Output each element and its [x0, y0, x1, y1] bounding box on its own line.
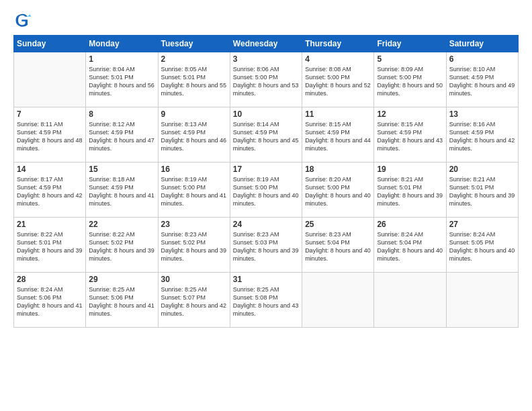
- calendar-cell: 8Sunrise: 8:12 AMSunset: 4:59 PMDaylight…: [86, 107, 158, 163]
- cell-details: Sunrise: 8:14 AMSunset: 4:59 PMDaylight:…: [233, 120, 299, 153]
- weekday-header: Thursday: [302, 36, 374, 52]
- day-number: 19: [377, 165, 443, 174]
- cell-details: Sunrise: 8:05 AMSunset: 5:01 PMDaylight:…: [161, 65, 227, 98]
- cell-details: Sunrise: 8:12 AMSunset: 4:59 PMDaylight:…: [89, 120, 154, 153]
- cell-details: Sunrise: 8:20 AMSunset: 5:00 PMDaylight:…: [305, 175, 371, 208]
- day-number: 5: [377, 54, 443, 64]
- cell-details: Sunrise: 8:23 AMSunset: 5:02 PMDaylight:…: [161, 230, 227, 263]
- week-row: 7Sunrise: 8:11 AMSunset: 4:59 PMDaylight…: [14, 107, 519, 163]
- week-row: 1Sunrise: 8:04 AMSunset: 5:01 PMDaylight…: [14, 52, 519, 107]
- calendar-cell: 18Sunrise: 8:20 AMSunset: 5:00 PMDayligh…: [302, 163, 374, 218]
- weekday-header: Wednesday: [230, 36, 302, 52]
- cell-details: Sunrise: 8:08 AMSunset: 5:00 PMDaylight:…: [305, 65, 371, 98]
- calendar: SundayMondayTuesdayWednesdayThursdayFrid…: [13, 35, 519, 328]
- cell-details: Sunrise: 8:22 AMSunset: 5:01 PMDaylight:…: [17, 230, 83, 263]
- calendar-cell: [374, 273, 446, 328]
- calendar-cell: 31Sunrise: 8:25 AMSunset: 5:08 PMDayligh…: [230, 273, 302, 328]
- day-number: 21: [17, 220, 83, 229]
- day-number: 28: [17, 275, 83, 284]
- day-number: 11: [305, 109, 371, 119]
- day-number: 16: [161, 165, 227, 174]
- cell-details: Sunrise: 8:13 AMSunset: 4:59 PMDaylight:…: [161, 120, 227, 153]
- calendar-cell: 5Sunrise: 8:09 AMSunset: 5:00 PMDaylight…: [374, 52, 446, 107]
- calendar-cell: 11Sunrise: 8:15 AMSunset: 4:59 PMDayligh…: [302, 107, 374, 163]
- logo: [13, 11, 35, 30]
- cell-details: Sunrise: 8:23 AMSunset: 5:03 PMDaylight:…: [233, 230, 299, 263]
- calendar-cell: 7Sunrise: 8:11 AMSunset: 4:59 PMDaylight…: [14, 107, 86, 163]
- day-number: 20: [449, 165, 515, 174]
- weekday-header: Sunday: [14, 36, 86, 52]
- header: [13, 11, 519, 30]
- calendar-cell: [446, 273, 518, 328]
- calendar-cell: 25Sunrise: 8:23 AMSunset: 5:04 PMDayligh…: [302, 218, 374, 273]
- day-number: 31: [233, 275, 299, 284]
- calendar-cell: 24Sunrise: 8:23 AMSunset: 5:03 PMDayligh…: [230, 218, 302, 273]
- cell-details: Sunrise: 8:22 AMSunset: 5:02 PMDaylight:…: [89, 230, 154, 263]
- day-number: 4: [305, 54, 371, 64]
- weekday-header: Monday: [86, 36, 158, 52]
- day-number: 7: [17, 109, 83, 119]
- calendar-cell: 16Sunrise: 8:19 AMSunset: 5:00 PMDayligh…: [158, 163, 230, 218]
- logo-icon: [13, 11, 32, 30]
- day-number: 3: [233, 54, 299, 64]
- cell-details: Sunrise: 8:17 AMSunset: 4:59 PMDaylight:…: [17, 175, 83, 208]
- day-number: 25: [305, 220, 371, 229]
- cell-details: Sunrise: 8:06 AMSunset: 5:00 PMDaylight:…: [233, 65, 299, 98]
- day-number: 1: [89, 54, 154, 64]
- day-number: 17: [233, 165, 299, 174]
- page: SundayMondayTuesdayWednesdayThursdayFrid…: [0, 0, 532, 411]
- calendar-cell: 30Sunrise: 8:25 AMSunset: 5:07 PMDayligh…: [158, 273, 230, 328]
- day-number: 12: [377, 109, 443, 119]
- day-number: 8: [89, 109, 154, 119]
- cell-details: Sunrise: 8:15 AMSunset: 4:59 PMDaylight:…: [377, 120, 443, 153]
- calendar-cell: 6Sunrise: 8:10 AMSunset: 4:59 PMDaylight…: [446, 52, 518, 107]
- cell-details: Sunrise: 8:23 AMSunset: 5:04 PMDaylight:…: [305, 230, 371, 263]
- day-number: 22: [89, 220, 154, 229]
- day-number: 27: [449, 220, 515, 229]
- calendar-cell: 3Sunrise: 8:06 AMSunset: 5:00 PMDaylight…: [230, 52, 302, 107]
- calendar-cell: 14Sunrise: 8:17 AMSunset: 4:59 PMDayligh…: [14, 163, 86, 218]
- cell-details: Sunrise: 8:25 AMSunset: 5:08 PMDaylight:…: [233, 285, 299, 318]
- cell-details: Sunrise: 8:21 AMSunset: 5:01 PMDaylight:…: [449, 175, 515, 208]
- calendar-cell: 21Sunrise: 8:22 AMSunset: 5:01 PMDayligh…: [14, 218, 86, 273]
- weekday-header: Friday: [374, 36, 446, 52]
- day-number: 14: [17, 165, 83, 174]
- cell-details: Sunrise: 8:24 AMSunset: 5:04 PMDaylight:…: [377, 230, 443, 263]
- day-number: 13: [449, 109, 515, 119]
- cell-details: Sunrise: 8:19 AMSunset: 5:00 PMDaylight:…: [233, 175, 299, 208]
- week-row: 14Sunrise: 8:17 AMSunset: 4:59 PMDayligh…: [14, 163, 519, 218]
- calendar-cell: 27Sunrise: 8:24 AMSunset: 5:05 PMDayligh…: [446, 218, 518, 273]
- day-number: 10: [233, 109, 299, 119]
- cell-details: Sunrise: 8:19 AMSunset: 5:00 PMDaylight:…: [161, 175, 227, 208]
- day-number: 6: [449, 54, 515, 64]
- calendar-cell: 29Sunrise: 8:25 AMSunset: 5:06 PMDayligh…: [86, 273, 158, 328]
- cell-details: Sunrise: 8:18 AMSunset: 4:59 PMDaylight:…: [89, 175, 154, 208]
- day-number: 26: [377, 220, 443, 229]
- day-number: 30: [161, 275, 227, 284]
- calendar-cell: 23Sunrise: 8:23 AMSunset: 5:02 PMDayligh…: [158, 218, 230, 273]
- cell-details: Sunrise: 8:10 AMSunset: 4:59 PMDaylight:…: [449, 65, 515, 98]
- calendar-cell: 26Sunrise: 8:24 AMSunset: 5:04 PMDayligh…: [374, 218, 446, 273]
- calendar-cell: 15Sunrise: 8:18 AMSunset: 4:59 PMDayligh…: [86, 163, 158, 218]
- calendar-cell: 13Sunrise: 8:16 AMSunset: 4:59 PMDayligh…: [446, 107, 518, 163]
- day-number: 29: [89, 275, 154, 284]
- week-row: 28Sunrise: 8:24 AMSunset: 5:06 PMDayligh…: [14, 273, 519, 328]
- calendar-cell: 22Sunrise: 8:22 AMSunset: 5:02 PMDayligh…: [86, 218, 158, 273]
- day-number: 24: [233, 220, 299, 229]
- day-number: 2: [161, 54, 227, 64]
- calendar-cell: 19Sunrise: 8:21 AMSunset: 5:01 PMDayligh…: [374, 163, 446, 218]
- calendar-cell: 4Sunrise: 8:08 AMSunset: 5:00 PMDaylight…: [302, 52, 374, 107]
- weekday-header-row: SundayMondayTuesdayWednesdayThursdayFrid…: [14, 36, 519, 52]
- calendar-cell: 20Sunrise: 8:21 AMSunset: 5:01 PMDayligh…: [446, 163, 518, 218]
- weekday-header: Saturday: [446, 36, 518, 52]
- cell-details: Sunrise: 8:25 AMSunset: 5:07 PMDaylight:…: [161, 285, 227, 318]
- cell-details: Sunrise: 8:04 AMSunset: 5:01 PMDaylight:…: [89, 65, 154, 98]
- cell-details: Sunrise: 8:11 AMSunset: 4:59 PMDaylight:…: [17, 120, 83, 153]
- cell-details: Sunrise: 8:15 AMSunset: 4:59 PMDaylight:…: [305, 120, 371, 153]
- day-number: 23: [161, 220, 227, 229]
- calendar-cell: 12Sunrise: 8:15 AMSunset: 4:59 PMDayligh…: [374, 107, 446, 163]
- day-number: 15: [89, 165, 154, 174]
- calendar-cell: [14, 52, 86, 107]
- calendar-cell: [302, 273, 374, 328]
- cell-details: Sunrise: 8:25 AMSunset: 5:06 PMDaylight:…: [89, 285, 154, 318]
